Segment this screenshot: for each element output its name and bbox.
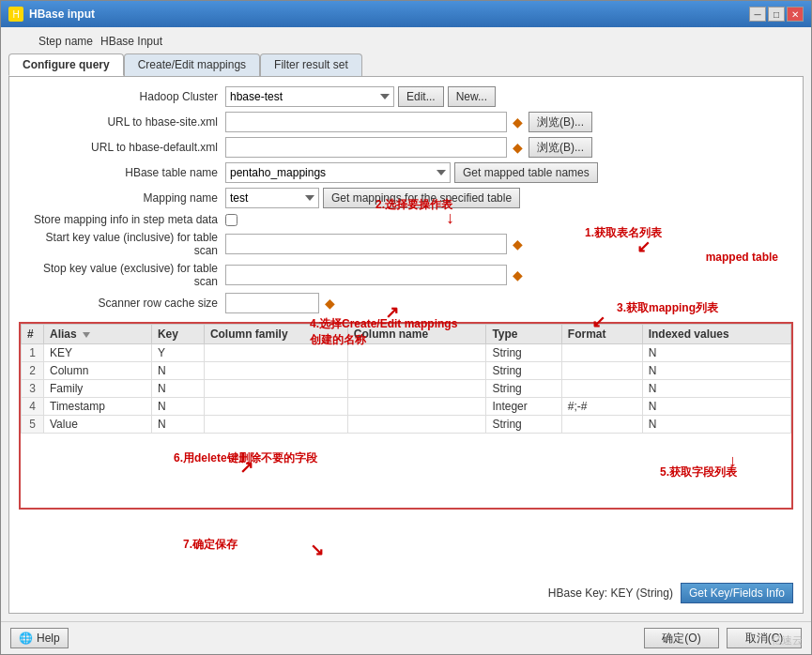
diamond-icon-3: ◆ (513, 236, 523, 251)
cell-indexed-values: N (642, 344, 790, 362)
tab-create-edit-mappings[interactable]: Create/Edit mappings (124, 53, 260, 76)
cell-type: String (486, 344, 561, 362)
hadoop-cluster-control: hbase-test Edit... New... (225, 86, 793, 107)
col-column-name: Column name (347, 325, 486, 344)
cell-type: String (486, 416, 561, 434)
cell-key: N (151, 380, 204, 398)
cell-format (561, 380, 642, 398)
browse-hbase-site-button[interactable]: 浏览(B)... (529, 112, 592, 132)
start-key-label: Start key value (inclusive) for table sc… (19, 231, 225, 257)
new-button[interactable]: New... (448, 86, 496, 107)
hbase-key-label: HBase Key: KEY (String) (548, 586, 673, 600)
tab-panel-configure-query: Hadoop Cluster hbase-test Edit... New...… (8, 76, 804, 614)
close-button[interactable]: ✕ (787, 7, 804, 22)
table-row[interactable]: 5 Value N String N (22, 416, 791, 434)
table-row[interactable]: 2 Column N String N (22, 362, 791, 380)
url-hbase-site-input[interactable] (225, 112, 507, 132)
cell-alias: Timestamp (44, 398, 152, 416)
col-column-family: Column family (204, 325, 347, 344)
stop-key-row: Stop key value (exclusive) for table sca… (19, 262, 793, 288)
get-mapped-table-names-button[interactable]: Get mapped table names (454, 162, 598, 183)
bottom-bar: 🌐 Help 确定(O) 取消(C) 亿速云 (1, 621, 811, 654)
col-indexed-values: Indexed values (642, 325, 790, 344)
edit-button[interactable]: Edit... (398, 86, 444, 107)
url-hbase-default-input[interactable] (225, 137, 507, 158)
url-hbase-site-row: URL to hbase-site.xml ◆ 浏览(B)... (19, 112, 793, 132)
col-key: Key (151, 325, 204, 344)
cell-format (561, 362, 642, 380)
fields-table: # Alias Key Column family Column name Ty… (21, 324, 791, 434)
cell-format (561, 416, 642, 434)
maximize-button[interactable]: □ (768, 7, 785, 22)
step-name-row: Step name HBase Input (8, 35, 804, 48)
table-row[interactable]: 3 Family N String N (22, 380, 791, 398)
diamond-icon-4: ◆ (513, 267, 523, 282)
minimize-button[interactable]: ─ (749, 7, 766, 22)
cell-num: 5 (22, 416, 44, 434)
tab-filter-result-set[interactable]: Filter result set (260, 53, 362, 76)
cell-indexed-values: N (642, 416, 790, 434)
hbase-table-name-select[interactable]: pentaho_mappings (225, 162, 451, 183)
ok-button[interactable]: 确定(O) (644, 628, 719, 648)
stop-key-input[interactable] (225, 265, 507, 285)
browse-hbase-default-button[interactable]: 浏览(B)... (529, 137, 592, 158)
tab-configure-query[interactable]: Configure query (8, 53, 124, 76)
window-icon-text: H (12, 9, 19, 20)
cell-key: N (151, 398, 204, 416)
cell-alias: Family (44, 380, 152, 398)
arrow-7: ↘ (310, 540, 324, 560)
cell-column-name (347, 344, 486, 362)
store-mapping-checkbox[interactable] (225, 214, 237, 226)
cell-indexed-values: N (642, 398, 790, 416)
cell-column-family (204, 398, 347, 416)
cell-column-family (204, 344, 347, 362)
url-hbase-site-control: ◆ 浏览(B)... (225, 112, 793, 132)
cell-key: N (151, 362, 204, 380)
start-key-row: Start key value (inclusive) for table sc… (19, 231, 793, 257)
hadoop-cluster-select[interactable]: hbase-test (225, 86, 394, 107)
help-icon: 🌐 (19, 632, 33, 645)
mapping-name-select[interactable]: test (225, 188, 319, 208)
cell-num: 3 (22, 380, 44, 398)
title-bar-controls: ─ □ ✕ (749, 7, 804, 22)
cell-column-name (347, 398, 486, 416)
mapping-name-row: Mapping name test Get mappings for the s… (19, 188, 793, 208)
cell-alias: Value (44, 416, 152, 434)
step-name-label: Step name (18, 35, 93, 48)
cell-alias: Column (44, 362, 152, 380)
cell-column-family (204, 380, 347, 398)
cell-column-name (347, 380, 486, 398)
table-row[interactable]: 1 KEY Y String N (22, 344, 791, 362)
help-label: Help (37, 632, 60, 645)
hbase-table-name-control: pentaho_mappings Get mapped table names (225, 162, 793, 183)
table-row[interactable]: 4 Timestamp N Integer #;-# N (22, 398, 791, 416)
diamond-icon-5: ◆ (325, 296, 335, 311)
cell-format: #;-# (561, 398, 642, 416)
hbase-table-name-label: HBase table name (19, 166, 225, 179)
hadoop-cluster-row: Hadoop Cluster hbase-test Edit... New... (19, 86, 793, 107)
scanner-row-cache-input[interactable] (225, 293, 319, 313)
cell-num: 4 (22, 398, 44, 416)
col-num: # (22, 325, 44, 344)
get-mappings-specified-button[interactable]: Get mappings for the specified table (323, 188, 520, 208)
cell-num: 2 (22, 362, 44, 380)
cell-indexed-values: N (642, 362, 790, 380)
diamond-icon-2: ◆ (513, 140, 523, 155)
stop-key-control: ◆ (225, 265, 793, 285)
start-key-input[interactable] (225, 234, 507, 254)
url-hbase-site-label: URL to hbase-site.xml (19, 115, 225, 129)
cell-column-family (204, 362, 347, 380)
start-key-control: ◆ (225, 234, 793, 254)
fields-table-container: # Alias Key Column family Column name Ty… (19, 322, 793, 510)
url-hbase-default-control: ◆ 浏览(B)... (225, 137, 793, 158)
step-name-value: HBase Input (100, 35, 162, 48)
hadoop-cluster-label: Hadoop Cluster (19, 90, 225, 103)
mapping-name-control: test Get mappings for the specified tabl… (225, 188, 793, 208)
col-alias: Alias (44, 325, 152, 344)
col-type: Type (486, 325, 561, 344)
get-key-fields-button[interactable]: Get Key/Fields Info (681, 583, 793, 603)
help-button[interactable]: 🌐 Help (10, 628, 69, 648)
col-format: Format (561, 325, 642, 344)
cell-type: String (486, 362, 561, 380)
panel-inner: Hadoop Cluster hbase-test Edit... New...… (19, 86, 793, 579)
